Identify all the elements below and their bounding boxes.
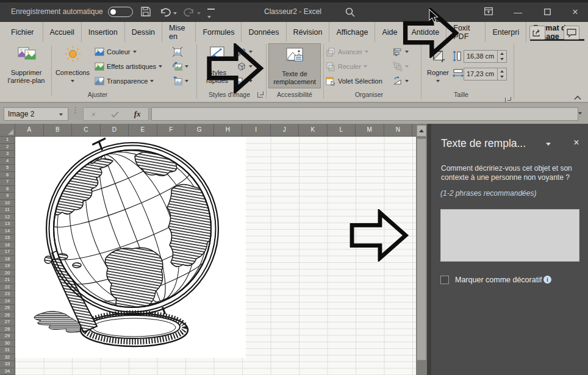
collapse-ribbon-icon[interactable]	[573, 92, 582, 98]
row-header-9[interactable]: 9	[0, 193, 15, 200]
row-header-5[interactable]: 5	[0, 165, 15, 172]
column-header-m[interactable]: M	[356, 124, 384, 136]
row-header-20[interactable]: 20	[0, 270, 15, 277]
row-header-13[interactable]: 13	[0, 221, 15, 228]
row-header-31[interactable]: 31	[0, 347, 15, 354]
insert-function-icon[interactable]: fx	[134, 109, 141, 119]
row-header-16[interactable]: 16	[0, 242, 15, 249]
tab-insertion[interactable]: Insertion	[82, 22, 125, 42]
rotate-button[interactable]	[393, 76, 409, 86]
column-header-d[interactable]: D	[101, 124, 129, 136]
tab-dessin[interactable]: Dessin	[125, 22, 162, 42]
name-box[interactable]: Image 2	[4, 107, 68, 121]
vertical-scrollbar[interactable]	[416, 124, 427, 375]
autosave-toggle[interactable]	[108, 7, 133, 17]
globe-picture[interactable]	[15, 137, 246, 358]
tab-mise-en[interactable]: Mise en	[162, 22, 196, 42]
column-header-e[interactable]: E	[129, 124, 157, 136]
tab-r-vision[interactable]: Révision	[287, 22, 330, 42]
change-picture-button[interactable]	[173, 62, 188, 71]
couleur-button[interactable]: Couleur	[95, 47, 137, 57]
row-header-12[interactable]: 12	[0, 214, 15, 221]
compress-picture-button[interactable]	[173, 47, 182, 57]
minimize-button[interactable]: —	[511, 6, 525, 18]
row-header-4[interactable]: 4	[0, 158, 15, 165]
picture-layout-button[interactable]	[237, 76, 253, 86]
row-header-11[interactable]: 11	[0, 207, 15, 214]
tab-foxit-pdf[interactable]: Foxit PDF	[446, 22, 486, 42]
width-spin-buttons[interactable]	[498, 68, 507, 80]
width-spinner[interactable]: 17,23 cm	[464, 68, 507, 80]
row-header-22[interactable]: 22	[0, 284, 15, 291]
column-header-h[interactable]: H	[214, 124, 243, 136]
transparence-button[interactable]: Transparence	[95, 76, 154, 86]
column-header-l[interactable]: L	[328, 124, 356, 136]
width-value[interactable]: 17,23 cm	[464, 68, 498, 80]
align-button[interactable]	[393, 47, 409, 57]
row-header-21[interactable]: 21	[0, 277, 15, 284]
save-icon[interactable]	[140, 6, 152, 18]
row-header-30[interactable]: 30	[0, 340, 15, 348]
decorative-checkbox[interactable]	[440, 276, 449, 284]
undo-icon[interactable]	[159, 6, 171, 18]
height-spin-buttons[interactable]	[498, 50, 507, 63]
row-header-6[interactable]: 6	[0, 172, 15, 179]
tab-antidote[interactable]: Antidote	[404, 22, 446, 42]
row-header-32[interactable]: 32	[0, 354, 15, 362]
row-header-17[interactable]: 17	[0, 249, 15, 256]
row-header-1[interactable]: 1	[0, 137, 15, 144]
comment-button[interactable]	[564, 26, 579, 40]
maximize-button[interactable]	[540, 6, 554, 18]
row-header-15[interactable]: 15	[0, 235, 15, 242]
pane-close-icon[interactable]: ×	[570, 137, 583, 148]
height-value[interactable]: 16,38 cm	[464, 50, 498, 63]
tab-formules[interactable]: Formules	[196, 22, 242, 42]
row-header-14[interactable]: 14	[0, 228, 15, 235]
column-header-a[interactable]: A	[15, 124, 44, 136]
effets-artistiques-button[interactable]: Effets artistiques	[95, 62, 162, 71]
picture-border-button[interactable]	[237, 47, 253, 57]
customize-qat-icon[interactable]	[207, 9, 215, 20]
styles-dialog-launcher-icon[interactable]	[257, 92, 263, 98]
tab-donn-es[interactable]: Données	[242, 22, 286, 42]
scrollbar-thumb[interactable]	[417, 138, 426, 360]
undo-menu-chevron[interactable]	[173, 12, 177, 15]
row-header-7[interactable]: 7	[0, 179, 15, 186]
height-spinner[interactable]: 16,38 cm	[464, 50, 507, 63]
alt-text-textarea[interactable]	[440, 209, 579, 262]
row-header-26[interactable]: 26	[0, 312, 15, 320]
column-header-j[interactable]: J	[271, 124, 299, 136]
select-all-corner[interactable]	[0, 124, 15, 136]
row-header-2[interactable]: 2	[0, 144, 15, 151]
column-header-b[interactable]: B	[44, 124, 73, 136]
column-header-i[interactable]: I	[242, 124, 271, 136]
row-header-24[interactable]: 24	[0, 298, 15, 305]
row-header-27[interactable]: 27	[0, 319, 15, 326]
tab-fichier[interactable]: Fichier	[2, 22, 43, 42]
tab-accueil[interactable]: Accueil	[43, 22, 82, 42]
row-header-34[interactable]: 34	[0, 368, 15, 375]
alt-text-button[interactable]: Texte de remplacement	[268, 43, 321, 88]
scroll-up-button[interactable]	[417, 125, 426, 137]
selection-pane-button[interactable]: Volet Sélection	[326, 76, 382, 86]
tab-enterpri[interactable]: Enterpri	[486, 22, 526, 42]
row-header-18[interactable]: 18	[0, 256, 15, 263]
row-header-28[interactable]: 28	[0, 326, 15, 334]
pane-menu-chevron[interactable]	[546, 143, 551, 146]
row-header-8[interactable]: 8	[0, 186, 15, 193]
name-box-chevron[interactable]	[59, 113, 63, 116]
column-header-k[interactable]: K	[299, 124, 328, 136]
row-header-10[interactable]: 10	[0, 200, 15, 207]
tab-aide[interactable]: Aide	[375, 22, 404, 42]
column-header-n[interactable]: N	[384, 124, 413, 136]
column-header-c[interactable]: C	[72, 124, 101, 136]
expand-formula-bar-chevron[interactable]	[578, 112, 582, 115]
reset-picture-button[interactable]	[173, 76, 188, 86]
row-header-3[interactable]: 3	[0, 151, 15, 158]
close-button[interactable]: ×	[568, 6, 582, 18]
row-header-19[interactable]: 19	[0, 263, 15, 270]
tab-affichage[interactable]: Affichage	[329, 22, 375, 42]
row-header-25[interactable]: 25	[0, 305, 15, 312]
ribbon-display-options-icon[interactable]	[482, 6, 495, 18]
info-icon[interactable]: i	[543, 276, 551, 284]
